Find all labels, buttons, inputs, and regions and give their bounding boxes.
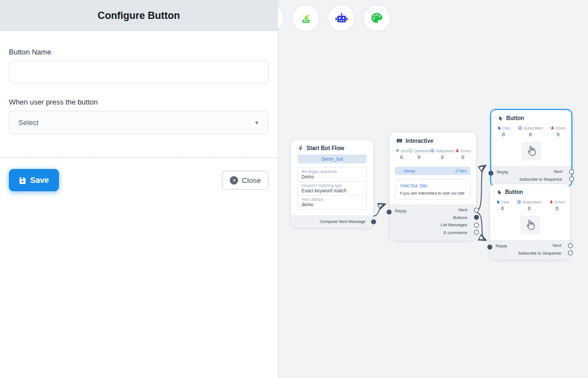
page-title: Configure Button xyxy=(98,10,180,22)
button-node[interactable]: Button Click 0 xyxy=(490,184,570,260)
start-node-fields: Bot trigger keywords Demo Keyword matchi… xyxy=(298,167,367,210)
stat-errors: Errors 0 xyxy=(550,126,566,137)
button-stats: Click 0 Subscribers 0 xyxy=(490,198,570,215)
stat-value: 0 xyxy=(455,155,471,160)
bug-icon xyxy=(455,148,459,153)
click-icon xyxy=(497,126,501,130)
bot-name-chip[interactable]: Demo_bot xyxy=(298,155,367,163)
next-port[interactable] xyxy=(568,243,573,248)
button-node-footer: Reply Next Subscribe to Sequence xyxy=(490,241,570,260)
next-port[interactable] xyxy=(474,207,479,212)
stat-click: Click 0 xyxy=(497,126,510,137)
stat-value: 0 xyxy=(496,206,509,211)
stat-value: 0 xyxy=(430,155,454,160)
stat-sent: Sent 0 xyxy=(395,148,408,160)
toolbar-button-stack[interactable] xyxy=(292,4,319,32)
list-messages-port[interactable] xyxy=(474,222,479,227)
delay-value: 0 Sec xyxy=(456,168,467,173)
paper-plane-icon xyxy=(395,148,399,153)
cursor-icon xyxy=(498,116,503,121)
hand-pointer-icon xyxy=(520,216,540,235)
compose-next-message-label: Compose Next Message xyxy=(320,219,365,224)
check-circle-icon xyxy=(408,148,413,153)
start-flow-icon xyxy=(298,145,304,151)
stat-value: 0 xyxy=(408,155,429,160)
stat-subscribers: Subscribers 0 xyxy=(517,200,541,211)
delay-bar[interactable]: ... Delay 0 Sec xyxy=(395,167,471,175)
start-bot-flow-node[interactable]: Start Bot Flow Demo_bot Bot trigger keyw… xyxy=(291,140,373,228)
stat-value: 0 xyxy=(550,132,566,137)
button-node-title: Button xyxy=(506,115,524,121)
subscribe-sequence-port[interactable] xyxy=(569,177,574,182)
stat-value: 0 xyxy=(549,206,565,211)
palette-icon xyxy=(370,11,384,25)
stat-errors: Errors 0 xyxy=(549,200,565,211)
message-title: Visit Our Site xyxy=(400,183,466,188)
field-value: Demo xyxy=(302,174,363,180)
start-node-footer: Compose Next Message xyxy=(291,215,373,228)
stack-icon xyxy=(299,12,313,25)
stat-click: Click 0 xyxy=(496,200,509,211)
interactive-stats: Sent 0 Delivered 0 xyxy=(389,147,476,163)
start-node-title: Start Bot Flow xyxy=(307,145,344,151)
next-port[interactable] xyxy=(569,169,574,174)
stat-value: 0 xyxy=(518,132,542,137)
field-matching-type: Keyword matching type Exact keyword matc… xyxy=(298,181,366,195)
chevron-down-icon: ▼ xyxy=(254,120,259,126)
output-subscribe-sequence: Subscribe to Sequence xyxy=(490,250,570,257)
output-buttons: Buttons xyxy=(389,214,476,222)
action-select[interactable]: Select ▼ xyxy=(9,111,269,135)
button-node-footer: Reply Next Subscribe to Sequence xyxy=(491,167,571,186)
ecommerce-port[interactable] xyxy=(474,230,479,235)
field-label: Add Label(s) xyxy=(302,197,363,201)
stat-value: 0 xyxy=(395,155,408,160)
stat-subscribers: Subscribers 0 xyxy=(518,126,542,137)
press-button-label: When user press the button xyxy=(9,98,269,106)
button-node-selected[interactable]: Button Click 0 xyxy=(490,109,572,187)
field-label: Keyword matching type xyxy=(302,183,363,187)
interactive-node-title: Interactive xyxy=(406,138,433,144)
subscribe-sequence-port[interactable] xyxy=(568,251,573,256)
output-next: Next xyxy=(491,168,571,176)
field-value: demo xyxy=(302,202,363,207)
output-list-messages: List Messages xyxy=(389,221,476,229)
close-label: Close xyxy=(241,176,261,185)
stat-delivered: Delivered 0 xyxy=(408,148,429,160)
configure-button-panel: Configure Button Button Name When user p… xyxy=(0,0,278,378)
stat-errors: Errors 0 xyxy=(455,148,471,160)
save-button[interactable]: Save xyxy=(9,169,59,191)
select-value: Select xyxy=(18,118,38,127)
compose-next-message-port[interactable] xyxy=(371,219,376,224)
interactive-icon xyxy=(396,137,403,144)
click-icon xyxy=(496,200,500,204)
interactive-node[interactable]: Interactive Sent 0 xyxy=(389,132,476,241)
toolbar-button-bot[interactable] xyxy=(328,4,355,32)
delay-label: ... Delay xyxy=(399,168,415,173)
field-label: Bot trigger keywords xyxy=(302,170,363,173)
button-stats: Click 0 Subscribers 0 xyxy=(491,125,571,141)
save-icon xyxy=(19,177,26,184)
field-value: Exact keyword match xyxy=(302,188,363,193)
output-ecommerce: E-commerce xyxy=(389,229,476,237)
close-icon: ✕ xyxy=(230,176,238,185)
robot-icon xyxy=(334,11,349,26)
bot-name: Demo_bot xyxy=(321,156,343,162)
user-circle-icon xyxy=(430,148,434,153)
message-card[interactable]: Visit Our Site if you are interested to … xyxy=(395,179,471,200)
button-name-label: Button Name xyxy=(9,48,269,56)
button-name-input[interactable] xyxy=(9,61,269,83)
hand-pointer-icon xyxy=(521,142,541,161)
close-button[interactable]: ✕ Close xyxy=(222,171,269,190)
divider xyxy=(0,157,278,158)
save-label: Save xyxy=(30,176,49,185)
button-node-title: Button xyxy=(505,189,523,195)
cursor-icon xyxy=(497,190,502,195)
user-circle-icon xyxy=(518,126,522,130)
toolbar-button-theme[interactable] xyxy=(363,4,391,32)
user-circle-icon xyxy=(517,200,521,204)
output-next: Next xyxy=(490,242,570,250)
buttons-port[interactable] xyxy=(474,215,479,220)
field-add-labels: Add Label(s) demo xyxy=(298,195,366,209)
stat-value: 0 xyxy=(517,206,541,211)
bug-icon xyxy=(549,200,554,204)
